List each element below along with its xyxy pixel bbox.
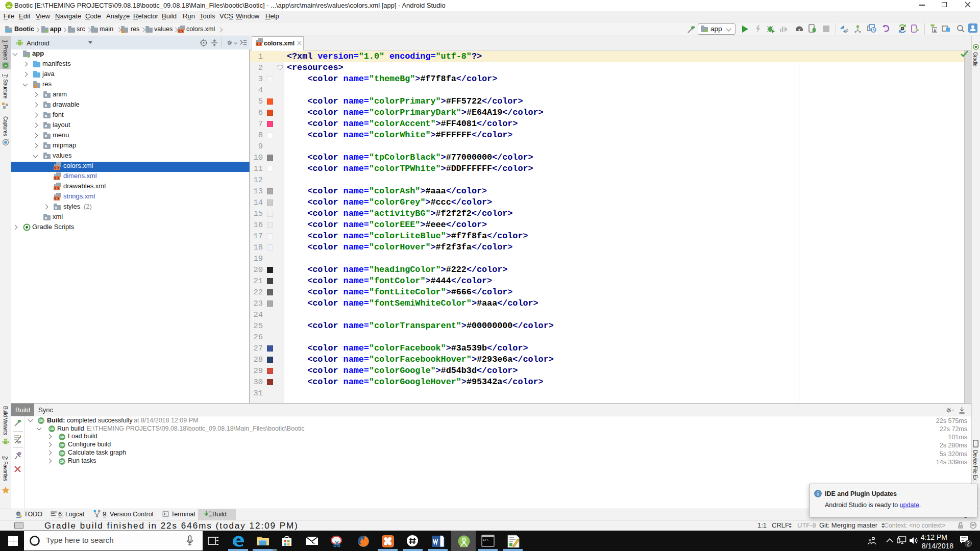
svg-text:01: 01 xyxy=(209,511,212,514)
svg-text:10: 10 xyxy=(209,515,212,518)
svg-text:ab: ab xyxy=(17,440,21,444)
svg-text:C:\_: C:\_ xyxy=(483,538,491,542)
